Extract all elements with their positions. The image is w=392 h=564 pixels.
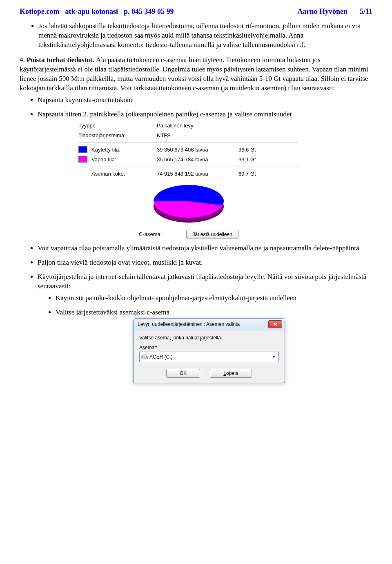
prop-used-label: Käytetty tila: bbox=[91, 146, 157, 154]
dialog-field-label: Asemat: bbox=[139, 344, 279, 351]
bullet-rtf-text: Jos lähetät sähköpostilla tekstitiedosto… bbox=[38, 22, 361, 49]
prop-type-label: Tyyppi: bbox=[78, 122, 157, 129]
bullet-large-files-text: Paljon tilaa vieviä tiedostoja ovat vide… bbox=[38, 259, 203, 266]
item-4-title: Poista turhat tiedostot. bbox=[27, 56, 94, 64]
sub-step-1: Napsauta käynnistä-oma tietokone bbox=[38, 96, 372, 105]
bullet-delete-files-text: Voit vapauttaa tilaa poistamalla ylimäär… bbox=[38, 244, 359, 252]
bullet-temp-files-text: Käyttöjärjestelmä ja internet-selain tal… bbox=[38, 273, 366, 290]
header-phone: p. 045 349 05 99 bbox=[124, 7, 297, 16]
item-4-number: 4. bbox=[20, 56, 25, 64]
prop-used-bytes: 39 350 673 408 tavua bbox=[157, 146, 238, 154]
drive-select-dialog: Levyn uudelleenjärjestäminen : Aseman va… bbox=[133, 318, 285, 383]
drive-select[interactable]: ACER (C:) ▾ bbox=[139, 352, 279, 362]
prop-free-bytes: 35 565 174 784 tavua bbox=[157, 156, 238, 163]
swatch-used bbox=[78, 146, 87, 153]
sub-step-2-text: Napsauta hiiren 2. painikkeella (oikeanp… bbox=[38, 110, 292, 118]
defragment-button[interactable]: Järjestä uudelleen bbox=[186, 230, 238, 239]
dialog-titlebar: Levyn uudelleenjärjestäminen : Aseman va… bbox=[134, 319, 285, 330]
bullet-temp-step1: Käynnistä painike-kaikki ohjelmat- apuoh… bbox=[56, 294, 372, 303]
prop-free-gb: 33,1 Gt bbox=[238, 156, 271, 163]
header-tagline: atk-apu kotonasi bbox=[65, 7, 118, 16]
chevron-down-icon: ▾ bbox=[270, 354, 277, 360]
header-site: Kotiope.com bbox=[20, 7, 59, 16]
prop-fs-label: Tiedostojärjestelmä: bbox=[78, 132, 157, 139]
cancel-button[interactable]: Lopeta bbox=[210, 369, 252, 378]
svg-rect-3 bbox=[143, 355, 147, 357]
sub-step-2: Napsauta hiiren 2. painikkeella (oikeanp… bbox=[38, 110, 372, 239]
sub-step-1-text: Napsauta käynnistä-oma tietokone bbox=[38, 96, 134, 104]
bullet-temp-step2: Valitse järjestettäväksi asemaksi c-asem… bbox=[56, 308, 372, 383]
prop-free-label: Vapaa tila: bbox=[91, 156, 157, 163]
dialog-title-text: Levyn uudelleenjärjestäminen : Aseman va… bbox=[138, 321, 240, 328]
disk-properties-panel: Tyyppi: Paikallinen levy Tiedostojärjest… bbox=[78, 120, 299, 239]
bullet-delete-files: Voit vapauttaa tilaa poistamalla ylimäär… bbox=[38, 244, 372, 253]
disk-usage-pie-icon bbox=[150, 183, 227, 227]
dialog-instruction: Valitse asema, jonka haluat järjestellä. bbox=[139, 334, 279, 341]
drive-icon bbox=[141, 354, 148, 360]
header-page: 5/11 bbox=[360, 7, 372, 16]
page-header: Kotiope.com atk-apu kotonasi p. 045 349 … bbox=[20, 7, 372, 16]
bullet-temp-files: Käyttöjärjestelmä ja internet-selain tal… bbox=[38, 272, 372, 383]
close-icon[interactable] bbox=[268, 320, 282, 328]
prop-used-gb: 36,6 Gt bbox=[238, 146, 271, 154]
bullet-temp-step2-text: Valitse järjestettäväksi asemaksi c-asem… bbox=[56, 308, 169, 316]
bullet-temp-step1-text: Käynnistä painike-kaikki ohjelmat- apuoh… bbox=[56, 294, 296, 302]
prop-size-bytes: 74 915 848 192 tavua bbox=[157, 170, 238, 178]
drive-select-value: ACER (C:) bbox=[149, 354, 173, 360]
svg-point-4 bbox=[146, 357, 147, 358]
ok-button[interactable]: OK bbox=[166, 369, 200, 378]
prop-size-gb: 69,7 Gt bbox=[238, 170, 271, 178]
prop-fs-value: NTFS bbox=[157, 132, 238, 139]
prop-drive-label: C-asema: bbox=[139, 231, 162, 238]
prop-type-value: Paikallinen levy bbox=[157, 122, 238, 129]
bullet-large-files: Paljon tilaa vieviä tiedostoja ovat vide… bbox=[38, 258, 372, 268]
header-author: Aarno Hyvönen bbox=[297, 7, 347, 16]
prop-size-label: Aseman koko: bbox=[91, 170, 157, 178]
bullet-rtf: Jos lähetät sähköpostilla tekstitiedosto… bbox=[38, 22, 372, 50]
swatch-free bbox=[78, 156, 87, 163]
item-4: 4. Poista turhat tiedostot. Älä päästä t… bbox=[20, 56, 372, 383]
